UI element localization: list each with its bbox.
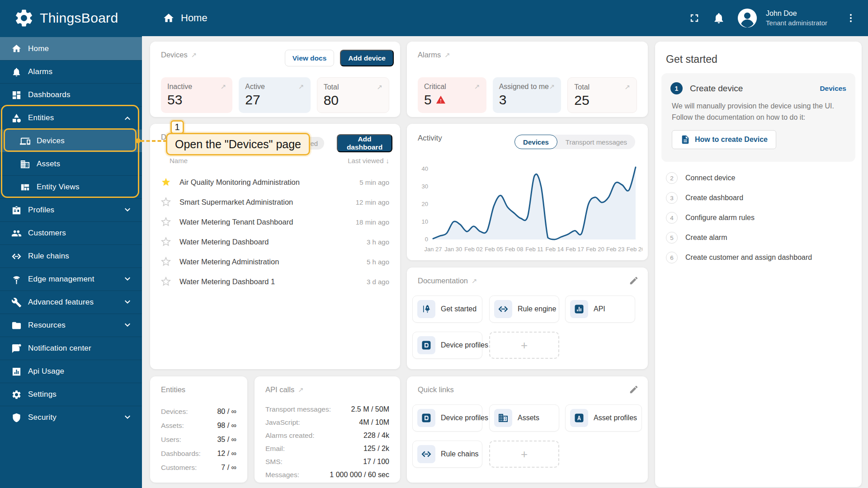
sidebar-item-home[interactable]: Home: [0, 37, 142, 60]
stat-label: Transport messages:: [265, 405, 331, 413]
chevron-down-icon[interactable]: [123, 298, 132, 307]
doc-link-rule-engine[interactable]: Rule engine: [489, 296, 559, 323]
devices-link[interactable]: Devices: [820, 84, 846, 93]
add-dashboard-button[interactable]: Add dashboard: [337, 134, 392, 152]
top-header: Home John Doe Tenant administrator: [142, 0, 868, 36]
alarms-card-title[interactable]: Alarms ↗: [418, 51, 450, 59]
user-info[interactable]: John Doe Tenant administrator: [766, 9, 827, 27]
star-icon[interactable]: [161, 197, 171, 207]
quick-link-assets[interactable]: Assets: [489, 404, 559, 432]
api-calls-card-title[interactable]: API calls ↗: [265, 385, 304, 394]
external-link-icon[interactable]: ↗: [298, 386, 304, 394]
assigned-alarms-tile[interactable]: Assigned to me↗ 3: [493, 77, 561, 113]
edit-pencil-icon[interactable]: [629, 276, 639, 286]
svg-text:Feb 20: Feb 20: [586, 246, 604, 253]
dashboard-name[interactable]: Water Metering Dashboard: [179, 238, 269, 246]
star-icon[interactable]: [161, 217, 171, 227]
tile-value: 80: [324, 93, 382, 108]
table-row[interactable]: Water Metering Tenant Dashboard 18 min a…: [161, 212, 389, 232]
table-row[interactable]: Smart Supermarket Administration 12 min …: [161, 192, 389, 212]
external-link-icon[interactable]: ↗: [472, 277, 477, 285]
list-item: Customers:7 / ∞: [161, 460, 236, 474]
star-icon[interactable]: [161, 237, 171, 247]
last-viewed-value: 3 d ago: [367, 278, 389, 286]
sidebar-item-security[interactable]: Security: [0, 406, 142, 429]
view-docs-button[interactable]: View docs: [285, 50, 335, 66]
stat-value: 98 / ∞: [217, 422, 236, 430]
table-row[interactable]: Water Metering Dashboard 1 3 d ago: [161, 272, 389, 291]
add-doc-link-tile[interactable]: +: [489, 332, 559, 359]
sidebar-item-api-usage[interactable]: Api Usage: [0, 360, 142, 383]
external-link-icon[interactable]: ↗: [444, 51, 450, 59]
sidebar-item-label: Notification center: [28, 344, 91, 353]
column-header-last-viewed[interactable]: Last viewed ↓: [348, 157, 389, 164]
table-row[interactable]: Water Metering Dashboard 3 h ago: [161, 232, 389, 252]
table-row[interactable]: Water Metering Administration 5 h ago: [161, 252, 389, 272]
external-link-icon[interactable]: ↗: [191, 51, 197, 59]
inactive-devices-tile[interactable]: Inactive↗ 53: [161, 77, 232, 113]
dashboard-name[interactable]: Air Quality Monitoring Administration: [179, 178, 300, 187]
star-icon[interactable]: [161, 257, 171, 267]
toggle-transport-messages[interactable]: Transport messages: [557, 135, 635, 149]
chevron-down-icon[interactable]: [123, 275, 132, 284]
dashboards-list: Air Quality Monitoring Administration 5 …: [161, 172, 389, 291]
documentation-card-title[interactable]: Documentation ↗: [418, 277, 477, 285]
total-devices-tile[interactable]: Total↗ 80: [317, 77, 389, 113]
avatar[interactable]: [737, 8, 758, 28]
doc-link-device-profiles[interactable]: Device profiles: [412, 332, 482, 359]
sidebar-item-notification-center[interactable]: Notification center: [0, 337, 142, 360]
get-started-step-5[interactable]: 5 Create alarm: [666, 228, 851, 248]
dashboard-name[interactable]: Water Metering Tenant Dashboard: [179, 218, 293, 226]
edit-pencil-icon[interactable]: [629, 385, 639, 394]
doc-link-api[interactable]: API: [565, 296, 635, 323]
add-device-button[interactable]: Add device: [340, 50, 394, 66]
table-row[interactable]: Air Quality Monitoring Administration 5 …: [161, 172, 389, 192]
quick-link-rule-chains[interactable]: Rule chains: [412, 441, 482, 468]
get-started-step-4[interactable]: 4 Configure alarm rules: [666, 208, 851, 228]
sidebar-item-rule-chains[interactable]: Rule chains: [0, 244, 142, 267]
card-title-text: Quick links: [418, 385, 454, 394]
sidebar: ThingsBoard Home Alarms Dashboards Entit…: [0, 0, 142, 488]
bell-icon[interactable]: [712, 12, 725, 24]
sidebar-item-edge-management[interactable]: Edge management: [0, 267, 142, 291]
star-icon[interactable]: [161, 177, 171, 187]
app-logo[interactable]: ThingsBoard: [0, 0, 142, 36]
add-quick-link-tile[interactable]: +: [489, 441, 559, 468]
toggle-devices[interactable]: Devices: [514, 135, 557, 149]
sidebar-item-dashboards[interactable]: Dashboards: [0, 83, 142, 106]
get-started-step-2[interactable]: 2 Connect device: [666, 168, 851, 188]
sidebar-item-settings[interactable]: Settings: [0, 383, 142, 406]
doc-link-get-started[interactable]: Get started: [412, 296, 482, 323]
sidebar-item-alarms[interactable]: Alarms: [0, 60, 142, 83]
chevron-down-icon[interactable]: [123, 413, 132, 422]
column-header-name[interactable]: Name: [170, 157, 188, 164]
thingsboard-logo-icon: [14, 8, 34, 28]
quick-link-device-profiles[interactable]: Device profiles: [412, 404, 482, 432]
get-started-step-6[interactable]: 6 Create customer and assign dashboard: [666, 248, 851, 267]
tile-value: 3: [499, 92, 555, 108]
critical-alarms-tile[interactable]: Critical↗ 5: [418, 77, 486, 113]
sidebar-item-advanced-features[interactable]: Advanced features: [0, 291, 142, 314]
sidebar-item-profiles[interactable]: Profiles: [0, 198, 142, 221]
chevron-down-icon[interactable]: [123, 321, 132, 330]
step-description: We will manually provision the device us…: [672, 101, 846, 123]
dashboard-name[interactable]: Water Metering Administration: [179, 258, 279, 266]
fullscreen-icon[interactable]: [688, 12, 701, 24]
svg-text:Feb 23: Feb 23: [606, 246, 624, 253]
dashboard-name[interactable]: Water Metering Dashboard 1: [179, 277, 275, 286]
active-devices-tile[interactable]: Active↗ 27: [239, 77, 310, 113]
sidebar-item-resources[interactable]: Resources: [0, 314, 142, 337]
total-alarms-tile[interactable]: Total↗ 25: [567, 77, 637, 113]
dashboard-name[interactable]: Smart Supermarket Administration: [179, 198, 293, 206]
get-started-step-3[interactable]: 3 Create dashboard: [666, 188, 851, 208]
chevron-down-icon[interactable]: [123, 206, 132, 215]
quick-link-asset-profiles[interactable]: Asset profiles: [565, 404, 642, 432]
more-vert-icon[interactable]: [845, 12, 856, 24]
activity-card: Activity Devices Transport messages 0102…: [407, 124, 648, 260]
get-started-step-1[interactable]: 1 Create device Devices We will manually…: [661, 73, 855, 162]
how-to-create-device-button[interactable]: How to create Device: [672, 130, 776, 149]
sidebar-item-customers[interactable]: Customers: [0, 221, 142, 244]
device-profiles-icon: [417, 409, 435, 427]
devices-card-title[interactable]: Devices ↗: [161, 51, 197, 59]
star-icon[interactable]: [161, 277, 171, 286]
